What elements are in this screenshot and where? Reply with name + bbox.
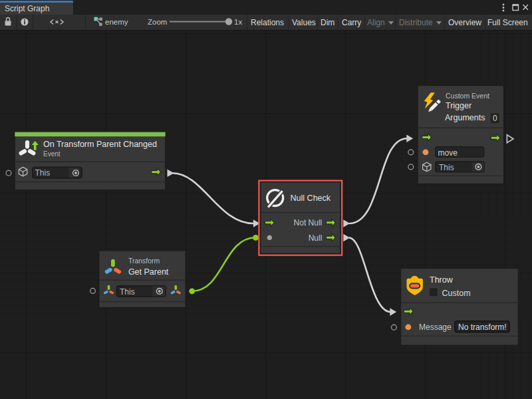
svg-text:Trigger: Trigger — [446, 101, 471, 110]
svg-text:Message: Message — [419, 323, 452, 332]
svg-text:This: This — [439, 163, 454, 172]
svg-text:Null Check: Null Check — [291, 194, 331, 203]
svg-text:Null: Null — [309, 233, 323, 243]
svg-text:0: 0 — [493, 114, 497, 123]
svg-text:Arguments: Arguments — [445, 113, 485, 122]
svg-text:Not Null: Not Null — [294, 218, 323, 227]
svg-text:Get Parent: Get Parent — [128, 267, 169, 277]
svg-text:On Transform Parent Changed: On Transform Parent Changed — [43, 140, 157, 149]
svg-text:This: This — [120, 287, 135, 297]
svg-text:Transform: Transform — [128, 257, 160, 265]
svg-text:This: This — [35, 168, 51, 178]
svg-text:No transform!: No transform! — [458, 323, 507, 332]
svg-text:Custom: Custom — [442, 289, 471, 298]
svg-text:Custom Event: Custom Event — [446, 92, 489, 100]
svg-text:Throw: Throw — [430, 275, 454, 285]
svg-text:move: move — [438, 148, 458, 158]
svg-text:Event: Event — [43, 150, 61, 158]
